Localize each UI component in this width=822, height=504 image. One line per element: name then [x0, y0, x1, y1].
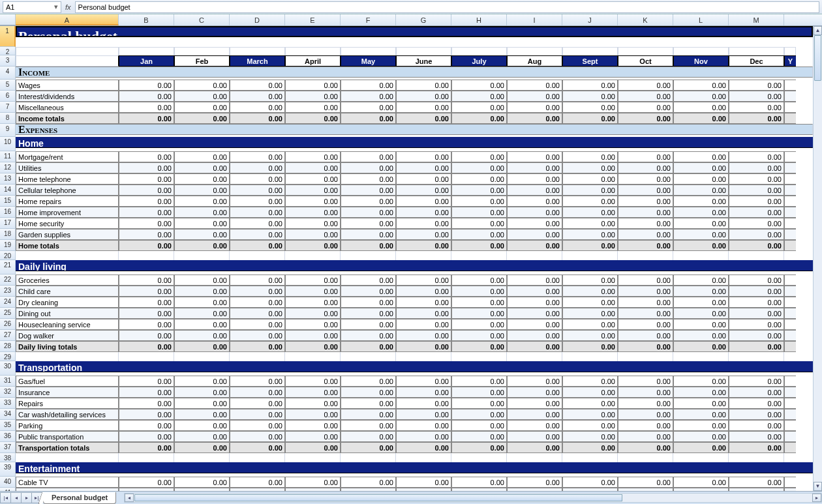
row-header-1[interactable]: 1: [0, 26, 16, 47]
scroll-up-button[interactable]: ▲: [814, 26, 822, 35]
cell[interactable]: 0.00: [174, 442, 230, 453]
row-header-39[interactable]: 39: [0, 462, 16, 477]
cell[interactable]: 0.00: [285, 409, 341, 420]
cell[interactable]: 0.00: [174, 341, 230, 352]
cell[interactable]: 0.00: [341, 196, 396, 207]
cell[interactable]: 0.00: [285, 398, 341, 409]
cell[interactable]: 0.00: [341, 218, 396, 229]
cell[interactable]: 0.00: [174, 308, 230, 319]
tab-first-icon[interactable]: |◂: [0, 492, 11, 503]
cell[interactable]: 0.00: [119, 218, 174, 229]
cell[interactable]: 0.00: [673, 218, 729, 229]
cell[interactable]: 0.00: [729, 387, 784, 398]
cell[interactable]: 0.00: [341, 91, 396, 102]
cell[interactable]: 0.00: [562, 274, 618, 286]
cell[interactable]: [784, 442, 796, 453]
cell[interactable]: 0.00: [618, 398, 673, 409]
cell[interactable]: 0.00: [507, 274, 562, 286]
cell[interactable]: Cellular telephone: [16, 185, 119, 196]
row-header-35[interactable]: 35: [0, 420, 16, 431]
cell[interactable]: [784, 240, 796, 251]
cell[interactable]: 0.00: [451, 341, 507, 352]
cell[interactable]: 0.00: [119, 162, 174, 173]
cell[interactable]: 0.00: [396, 151, 451, 162]
select-all-corner[interactable]: [0, 14, 16, 25]
cell[interactable]: 0.00: [729, 341, 784, 352]
cell[interactable]: Home telephone: [16, 173, 119, 185]
cell[interactable]: 0.00: [451, 297, 507, 308]
cell[interactable]: 0.00: [729, 477, 784, 488]
cell[interactable]: 0.00: [341, 207, 396, 218]
cell[interactable]: 0.00: [729, 113, 784, 124]
cell[interactable]: 0.00: [230, 387, 285, 398]
cell[interactable]: 0.00: [396, 80, 451, 91]
column-header-A[interactable]: A: [16, 14, 119, 25]
cell[interactable]: Mortgage/rent: [16, 151, 119, 162]
cell[interactable]: 0.00: [729, 162, 784, 173]
cell[interactable]: Daily living totals: [16, 341, 119, 352]
cell[interactable]: 0.00: [451, 229, 507, 240]
cell[interactable]: 0.00: [729, 308, 784, 319]
cell[interactable]: 0.00: [562, 162, 618, 173]
cell[interactable]: Cable TV: [16, 477, 119, 488]
cell[interactable]: 0.00: [729, 185, 784, 196]
cell[interactable]: 0.00: [618, 102, 673, 113]
cell[interactable]: [784, 319, 796, 330]
cell[interactable]: 0.00: [451, 207, 507, 218]
horizontal-scrollbar[interactable]: ◂ ▸: [124, 493, 822, 503]
row-header-25[interactable]: 25: [0, 308, 16, 319]
cell[interactable]: 0.00: [174, 431, 230, 442]
cell[interactable]: 0.00: [618, 91, 673, 102]
cell[interactable]: 0.00: [119, 274, 174, 286]
cell[interactable]: 0.00: [230, 229, 285, 240]
cell[interactable]: 0.00: [562, 229, 618, 240]
row-header-12[interactable]: 12: [0, 162, 16, 173]
cell[interactable]: 0.00: [507, 398, 562, 409]
cell[interactable]: 0.00: [230, 420, 285, 431]
cell[interactable]: 0.00: [673, 286, 729, 297]
row-header-31[interactable]: 31: [0, 376, 16, 387]
cell[interactable]: 0.00: [507, 431, 562, 442]
cell[interactable]: Miscellaneous: [16, 102, 119, 113]
cell[interactable]: 0.00: [341, 102, 396, 113]
cell[interactable]: 0.00: [174, 196, 230, 207]
column-header-H[interactable]: H: [451, 14, 507, 25]
cell[interactable]: 0.00: [285, 207, 341, 218]
cell[interactable]: 0.00: [396, 431, 451, 442]
cell[interactable]: 0.00: [507, 151, 562, 162]
cell[interactable]: 0.00: [673, 398, 729, 409]
cell[interactable]: 0.00: [618, 387, 673, 398]
cell[interactable]: 0.00: [341, 113, 396, 124]
cell[interactable]: 0.00: [562, 297, 618, 308]
cell[interactable]: 0.00: [673, 308, 729, 319]
row-header-16[interactable]: 16: [0, 207, 16, 218]
cell[interactable]: Utilities: [16, 162, 119, 173]
column-header-L[interactable]: L: [673, 14, 729, 25]
cell[interactable]: 0.00: [507, 308, 562, 319]
cell[interactable]: 0.00: [341, 173, 396, 185]
cell[interactable]: 0.00: [119, 398, 174, 409]
cell[interactable]: 0.00: [174, 240, 230, 251]
cell[interactable]: 0.00: [507, 240, 562, 251]
cell[interactable]: 0.00: [451, 91, 507, 102]
cell[interactable]: 0.00: [341, 420, 396, 431]
cell[interactable]: 0.00: [562, 431, 618, 442]
cell[interactable]: 0.00: [673, 297, 729, 308]
cell[interactable]: 0.00: [174, 286, 230, 297]
cell[interactable]: Jan: [119, 55, 174, 67]
cell[interactable]: 0.00: [729, 398, 784, 409]
cell[interactable]: 0.00: [341, 409, 396, 420]
row-header-6[interactable]: 6: [0, 91, 16, 102]
cell[interactable]: [784, 162, 796, 173]
column-header-E[interactable]: E: [285, 14, 341, 25]
cell[interactable]: 0.00: [341, 330, 396, 341]
cell[interactable]: 0.00: [396, 477, 451, 488]
cell[interactable]: 0.00: [285, 185, 341, 196]
cell[interactable]: 0.00: [341, 151, 396, 162]
cell[interactable]: 0.00: [396, 218, 451, 229]
cell[interactable]: 0.00: [562, 218, 618, 229]
cell[interactable]: 0.00: [396, 376, 451, 387]
cell[interactable]: 0.00: [451, 308, 507, 319]
cell[interactable]: Child care: [16, 286, 119, 297]
cell[interactable]: 0.00: [230, 185, 285, 196]
